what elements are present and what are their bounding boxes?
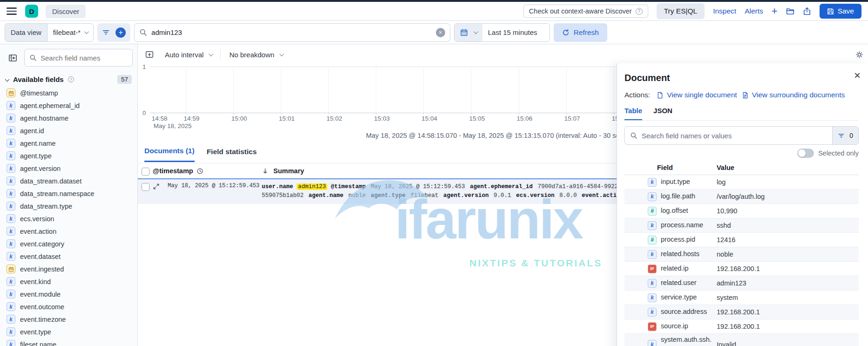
sidebar-field-data_stream.dataset[interactable]: kdata_stream.dataset: [0, 175, 137, 187]
flyout-field-value: log: [717, 178, 859, 186]
flyout-row-log.file.path[interactable]: klog.file.path/var/log/auth.log: [624, 190, 859, 204]
flyout-row-related.hosts[interactable]: krelated.hostsnoble: [624, 247, 859, 262]
sidebar-field-fileset.name[interactable]: kfileset.name: [0, 338, 137, 346]
add-filter-button[interactable]: +: [115, 27, 126, 38]
sidebar-field-event.type[interactable]: kevent.type: [0, 326, 137, 338]
flyout-search: 0: [624, 126, 859, 145]
flyout-row-system.auth.ssh.event[interactable]: ksystem.auth.ssh.eventInvalid: [624, 334, 859, 346]
flyout-row-related.user[interactable]: krelated.useradmin123: [624, 276, 859, 291]
open-folder-icon[interactable]: [786, 7, 794, 15]
sidebar-field-agent.name[interactable]: kagent.name: [0, 137, 137, 149]
close-flyout-icon[interactable]: ×: [854, 70, 861, 81]
tab-documents[interactable]: Documents (1): [144, 147, 195, 162]
try-esql-button[interactable]: Try ES|QL: [657, 3, 705, 19]
inspect-link[interactable]: Inspect: [713, 7, 736, 15]
flyout-search-input[interactable]: [642, 132, 827, 140]
gridline: [233, 67, 234, 113]
query-input[interactable]: [151, 28, 432, 36]
space-logo[interactable]: D: [25, 5, 38, 18]
flyout-filter-icon[interactable]: [838, 132, 845, 139]
flyout-row-process.pid[interactable]: #process.pid12416: [624, 233, 859, 247]
sidebar-field-agent.version[interactable]: kagent.version: [0, 162, 137, 175]
summary-field-name: agent.type: [367, 192, 409, 199]
flyout-row-service.type[interactable]: kservice.typesystem: [624, 291, 859, 305]
keyword-field-icon: k: [648, 192, 657, 201]
sidebar-field-event.category[interactable]: kevent.category: [0, 237, 137, 250]
keyword-field-icon: k: [7, 214, 15, 223]
summary-value-highlighted: admin123: [297, 183, 327, 190]
share-icon[interactable]: [803, 7, 811, 15]
menu-hamburger-icon[interactable]: [7, 7, 17, 15]
expand-document-icon[interactable]: [153, 183, 165, 190]
data-view-picker[interactable]: Data view filebeat-*: [5, 23, 94, 42]
flyout-row-log.offset[interactable]: #log.offset10,990: [624, 204, 859, 218]
sidebar-field-event.outcome[interactable]: kevent.outcome: [0, 300, 137, 313]
flyout-field-value: 192.168.200.1: [717, 265, 859, 272]
sidebar-field-data_stream.namespace[interactable]: kdata_stream.namespace: [0, 187, 137, 200]
tab-json[interactable]: JSON: [653, 107, 672, 120]
view-surrounding-documents-link[interactable]: View surrounding documents: [742, 91, 845, 99]
sidebar-field-data_stream.type[interactable]: kdata_stream.type: [0, 200, 137, 212]
chart-options-gear-icon[interactable]: [855, 51, 863, 59]
field-label: data_stream.type: [20, 203, 72, 210]
view-single-document-link[interactable]: View single document: [657, 91, 737, 99]
keyword-field-icon: k: [7, 290, 15, 299]
sidebar-field-event.action[interactable]: kevent.action: [0, 225, 137, 237]
flyout-field-value: 10,990: [717, 207, 859, 215]
keyword-field-icon: k: [7, 139, 15, 148]
date-quick-select[interactable]: [454, 24, 482, 41]
selected-only-toggle[interactable]: [797, 149, 814, 158]
timestamp-column-header[interactable]: @timestamp: [153, 167, 259, 175]
sidebar-field-ecs.version[interactable]: kecs.version: [0, 212, 137, 225]
field-label: @timestamp: [20, 89, 58, 97]
summary-field-name: user.name: [262, 183, 297, 190]
x-tick-label: 15:01: [279, 115, 295, 122]
collapse-sidebar-icon[interactable]: [5, 50, 20, 66]
field-search: 0: [24, 49, 133, 67]
flyout-row-process.name[interactable]: kprocess.namesshd: [624, 218, 859, 233]
breadcrumb[interactable]: Discover: [46, 5, 86, 18]
hide-chart-icon[interactable]: [142, 47, 156, 61]
context-aware-callout[interactable]: Check out context-aware Discover ?: [523, 5, 648, 18]
interval-select[interactable]: Auto interval: [159, 47, 217, 62]
keyword-field-icon: k: [648, 279, 657, 288]
field-type-icon-cell: IP: [648, 265, 661, 273]
row-checkbox[interactable]: [142, 183, 149, 191]
sidebar-field-event.kind[interactable]: kevent.kind: [0, 275, 137, 288]
breakdown-select[interactable]: No breakdown: [224, 47, 288, 62]
flyout-row-related.ip[interactable]: IPrelated.ip192.168.200.1: [624, 262, 859, 276]
filter-icon[interactable]: [102, 28, 110, 36]
histogram-toolbar: Auto interval No breakdown: [138, 44, 868, 65]
keyword-field-icon: k: [648, 340, 657, 346]
divider: [220, 49, 221, 60]
sidebar-field-event.dataset[interactable]: kevent.dataset: [0, 250, 137, 263]
sidebar-field-agent.id[interactable]: kagent.id: [0, 124, 137, 137]
field-type-icon-cell: k: [648, 192, 661, 201]
sidebar-field-event.module[interactable]: kevent.module: [0, 288, 137, 300]
refresh-icon: [562, 29, 570, 36]
field-search-input[interactable]: [41, 54, 133, 62]
tab-table[interactable]: Table: [624, 107, 642, 120]
tab-field-statistics[interactable]: Field statistics: [207, 148, 257, 162]
save-button[interactable]: Save: [820, 4, 861, 19]
data-view-value[interactable]: filebeat-*: [47, 24, 93, 41]
sidebar-field-agent.type[interactable]: kagent.type: [0, 149, 137, 162]
flyout-row-source.address[interactable]: ksource.address192.168.200.1: [624, 305, 859, 319]
new-session-icon[interactable]: +: [772, 8, 778, 14]
flyout-row-source.ip[interactable]: IPsource.ip192.168.200.1: [624, 319, 859, 334]
sidebar-field-event.timezone[interactable]: kevent.timezone: [0, 313, 137, 326]
sidebar-field-event.ingested[interactable]: event.ingested: [0, 263, 137, 275]
flyout-table-body: kinput.typelogklog.file.path/var/log/aut…: [624, 175, 859, 346]
sidebar-field-@timestamp[interactable]: @timestamp: [0, 87, 137, 99]
sidebar-field-agent.ephemeral_id[interactable]: kagent.ephemeral_id: [0, 99, 137, 112]
refresh-button[interactable]: Refresh: [554, 23, 607, 42]
gridline: [471, 67, 471, 113]
select-all-checkbox[interactable]: [142, 168, 149, 176]
flyout-field-value: 192.168.200.1: [717, 308, 859, 316]
clear-query-icon[interactable]: ×: [436, 28, 445, 37]
time-range-value[interactable]: Last 15 minutes: [482, 24, 543, 41]
alerts-link[interactable]: Alerts: [745, 7, 763, 15]
flyout-row-input.type[interactable]: kinput.typelog: [624, 175, 859, 190]
available-fields-header[interactable]: Available fields ? 57: [0, 71, 137, 87]
sidebar-field-agent.hostname[interactable]: kagent.hostname: [0, 112, 137, 124]
